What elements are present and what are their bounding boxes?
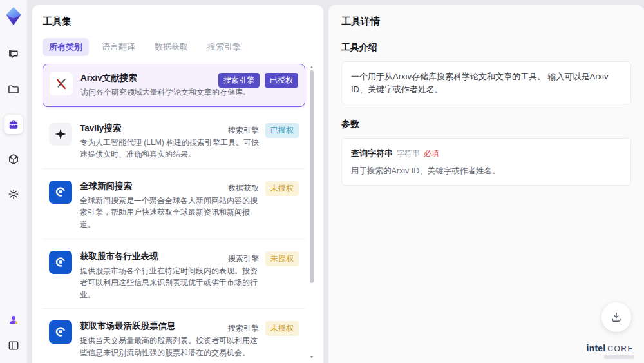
params-section-title: 参数 (341, 119, 631, 130)
auth-status-badge: 已授权 (265, 73, 298, 88)
tool-card-arxiv[interactable]: Arxiv文献搜索 访问各个研究领域大量科学论文和文章的存储库。 搜索引擎 已授… (43, 64, 305, 107)
tool-desc: 全球新闻搜索是一个聚合全球各大新闻网站内容的搜索引擎，帮助用户快速获取全球最新资… (80, 195, 263, 231)
category-badge: 搜索引擎 (218, 73, 260, 88)
arxiv-icon (50, 72, 73, 95)
scroll-down-icon[interactable]: ▼ (309, 355, 314, 359)
app-logo-icon[interactable] (4, 6, 23, 26)
app-root: 工具集 所有类别 语言翻译 数据获取 搜索引擎 A (0, 0, 644, 363)
param-desc: 用于搜索的Arxiv ID、关键字或作者姓名。 (351, 165, 621, 177)
tools-panel: 工具集 所有类别 语言翻译 数据获取 搜索引擎 A (32, 5, 323, 363)
cube-icon[interactable] (4, 150, 23, 169)
tool-card-global-news[interactable]: 全球新闻搜索 全球新闻搜索是一个聚合全球各大新闻网站内容的搜索引擎，帮助用户快速… (43, 173, 305, 239)
tavily-star-icon (49, 123, 72, 146)
auth-status-badge: 未授权 (265, 321, 299, 336)
category-badge: 搜索引擎 (227, 123, 260, 138)
download-button[interactable] (601, 302, 631, 332)
tool-desc: 专为人工智能代理 (LLM) 构建的搜索引擎工具。可快速提供实时、准确和真实的结… (80, 137, 263, 161)
scrollbar-thumb[interactable] (310, 70, 314, 283)
tool-intro-box: 一个用于从Arxiv存储库搜索科学论文和文章的工具。 输入可以是Arxiv ID… (341, 61, 631, 104)
param-type: 字符串 (397, 148, 420, 159)
tab-search-engine[interactable]: 搜索引擎 (201, 38, 247, 56)
settings-gear-icon[interactable] (4, 184, 23, 204)
stock-app-icon (49, 320, 72, 344)
list-scrollbar[interactable]: ▲ ▼ (309, 64, 314, 363)
left-rail (0, 0, 27, 363)
tool-desc: 访问各个研究领域大量科学论文和文章的存储库。 (80, 86, 263, 99)
tool-card-tavily[interactable]: Tavily搜索 专为人工智能代理 (LLM) 构建的搜索引擎工具。可快速提供实… (43, 115, 305, 169)
details-panel-title: 工具详情 (341, 15, 631, 28)
tab-language-translation[interactable]: 语言翻译 (95, 38, 142, 56)
scroll-up-icon[interactable]: ▲ (309, 64, 314, 69)
stock-app-icon (49, 251, 72, 274)
param-name: 查询字符串 (351, 147, 393, 160)
tool-card-active-stocks[interactable]: 获取市场最活跃股票信息 提供当天交易量最高的股票列表。投资者可以利用这些信息来识… (43, 313, 305, 363)
tab-all-categories[interactable]: 所有类别 (43, 38, 89, 56)
tool-details-panel: 工具详情 工具介绍 一个用于从Arxiv存储库搜索科学论文和文章的工具。 输入可… (328, 5, 644, 363)
panel-toggle-icon[interactable] (4, 336, 23, 355)
category-badge: 搜索引擎 (227, 251, 260, 266)
category-badge: 数据获取 (227, 181, 260, 196)
toolbox-icon[interactable] (4, 115, 23, 134)
auth-status-badge: 已授权 (265, 123, 299, 138)
rail-bottom (4, 310, 23, 355)
content-area: 工具集 所有类别 语言翻译 数据获取 搜索引擎 A (27, 0, 644, 363)
parameter-box: 查询字符串 字符串 必填 用于搜索的Arxiv ID、关键字或作者姓名。 (341, 138, 631, 186)
auth-status-badge: 未授权 (265, 181, 299, 196)
news-app-icon (49, 181, 72, 204)
category-badge: 搜索引擎 (227, 321, 260, 336)
param-required-flag: 必填 (424, 148, 439, 159)
category-tabs: 所有类别 语言翻译 数据获取 搜索引擎 (43, 38, 314, 56)
tool-desc: 提供当天交易量最高的股票列表。投资者可以利用这些信息来识别流动性强的股票和潜在的… (80, 335, 263, 358)
tool-list: Arxiv文献搜索 访问各个研究领域大量科学论文和文章的存储库。 搜索引擎 已授… (43, 64, 314, 363)
user-avatar-icon[interactable] (4, 310, 23, 329)
rail-nav (4, 45, 23, 204)
chat-icon[interactable] (4, 45, 23, 64)
intel-wordmark: intel (587, 343, 606, 353)
folder-icon[interactable] (4, 80, 23, 99)
tools-panel-title: 工具集 (43, 15, 314, 28)
auth-status-badge: 未授权 (265, 251, 299, 266)
tool-desc: 提供股票市场各个行业在特定时间段内的表现。投资者可以利用这些信息来识别表现优于或… (80, 265, 263, 301)
tab-data-fetching[interactable]: 数据获取 (148, 38, 194, 56)
intel-core-logo: intel CORE (587, 343, 634, 359)
intro-section-title: 工具介绍 (341, 42, 631, 54)
brand-subtext (604, 355, 634, 359)
tool-card-stock-sectors[interactable]: 获取股市各行业表现 提供股票市场各个行业在特定时间段内的表现。投资者可以利用这些… (43, 243, 305, 309)
core-wordmark: CORE (607, 344, 634, 353)
